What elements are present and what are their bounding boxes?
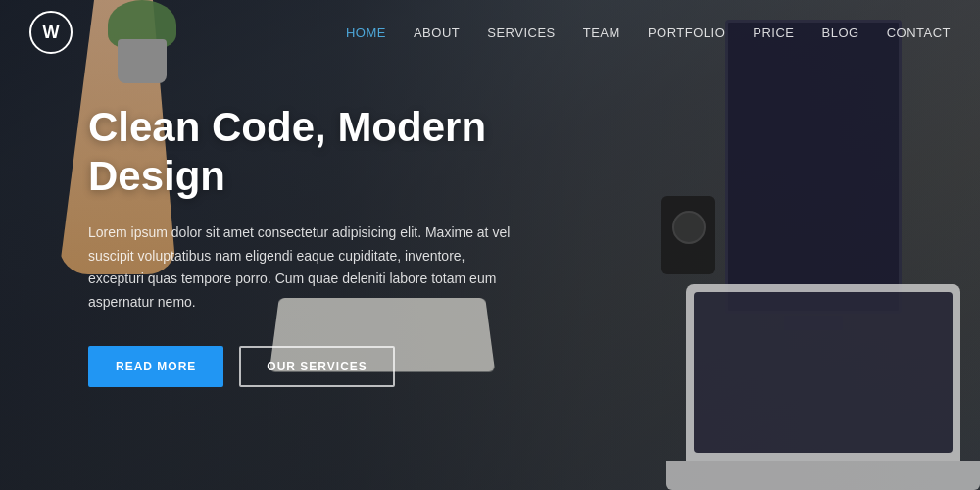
nav-item-contact[interactable]: CONTACT (887, 24, 951, 41)
nav-link-contact[interactable]: CONTACT (887, 25, 951, 40)
nav-link-price[interactable]: PRICE (753, 25, 794, 40)
nav-link-team[interactable]: TEAM (583, 25, 620, 40)
read-more-button[interactable]: READ MORE (88, 346, 223, 387)
laptop (686, 284, 960, 461)
nav-item-about[interactable]: ABOUT (414, 24, 460, 41)
nav-link-blog[interactable]: BLOG (822, 25, 859, 40)
hero-title: Clean Code, Modern Design (88, 103, 519, 202)
hero-buttons: READ MORE OUR SERVICES (88, 346, 519, 387)
our-services-button[interactable]: OUR SERVICES (239, 346, 394, 387)
nav-item-services[interactable]: SERVICES (487, 24, 556, 41)
nav-links: HOME ABOUT SERVICES TEAM PORTFOLIO PRICE… (346, 24, 951, 41)
hero-description: Lorem ipsum dolor sit amet consectetur a… (88, 221, 519, 315)
hero-section: W HOME ABOUT SERVICES TEAM PORTFOLIO PRI… (0, 0, 980, 490)
nav-item-blog[interactable]: BLOG (822, 24, 859, 41)
laptop-keyboard (666, 461, 980, 490)
nav-item-price[interactable]: PRICE (753, 24, 794, 41)
nav-item-portfolio[interactable]: PORTFOLIO (648, 24, 725, 41)
speaker (662, 196, 715, 274)
nav-link-home[interactable]: HOME (346, 25, 386, 40)
nav-item-team[interactable]: TEAM (583, 24, 620, 41)
nav-link-about[interactable]: ABOUT (414, 25, 460, 40)
logo[interactable]: W (29, 11, 73, 54)
laptop-screen (694, 292, 953, 453)
nav-link-portfolio[interactable]: PORTFOLIO (648, 25, 725, 40)
hero-content: Clean Code, Modern Design Lorem ipsum do… (0, 103, 608, 387)
nav-link-services[interactable]: SERVICES (487, 25, 556, 40)
nav-item-home[interactable]: HOME (346, 24, 386, 41)
navbar: W HOME ABOUT SERVICES TEAM PORTFOLIO PRI… (0, 0, 980, 65)
